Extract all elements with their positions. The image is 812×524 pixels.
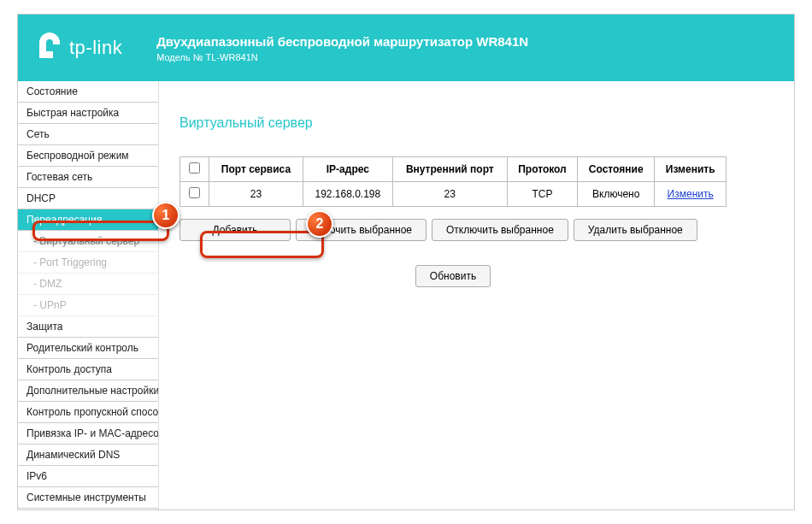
sidebar-item-wireless[interactable]: Беспроводной режим: [18, 145, 158, 167]
tplink-icon: [35, 31, 64, 65]
brand-text: tp-link: [69, 37, 122, 59]
row-checkbox[interactable]: [189, 187, 200, 198]
add-button[interactable]: Добавить: [179, 219, 291, 241]
virtual-server-table: Порт сервиса IP-адрес Внутренний порт Пр…: [179, 156, 727, 207]
sidebar-item-dhcp[interactable]: DHCP: [18, 188, 158, 209]
sidebar-sub-upnp[interactable]: - UPnP: [18, 295, 158, 316]
cell-state: Включено: [578, 182, 655, 207]
sidebar-item-parental-control[interactable]: Родительский контроль: [18, 338, 158, 359]
sidebar: Состояние Быстрая настройка Сеть Беспров…: [18, 81, 159, 509]
edit-link[interactable]: Изменить: [668, 188, 714, 200]
sidebar-item-quick-setup[interactable]: Быстрая настройка: [18, 103, 158, 124]
annotation-callout-1: 1: [152, 202, 179, 229]
page-title: Виртуальный сервер: [179, 115, 774, 131]
sidebar-item-network[interactable]: Сеть: [18, 124, 158, 145]
sidebar-item-access-control[interactable]: Контроль доступа: [18, 359, 158, 380]
cell-ip: 192.168.0.198: [303, 182, 392, 207]
brand-logo: tp-link: [35, 31, 122, 65]
delete-selected-button[interactable]: Удалить выбранное: [574, 219, 697, 241]
annotation-callout-2: 2: [306, 210, 333, 238]
cell-internal-port: 23: [392, 182, 507, 207]
table-header-row: Порт сервиса IP-адрес Внутренний порт Пр…: [180, 157, 727, 182]
header-titles: Двухдиапазонный беспроводной маршрутизат…: [156, 34, 528, 62]
sidebar-item-advanced-settings[interactable]: Дополнительные настройки: [18, 380, 158, 402]
product-model: Модель № TL-WR841N: [156, 52, 528, 62]
sidebar-item-guest-network[interactable]: Гостевая сеть: [18, 167, 158, 188]
select-all-checkbox[interactable]: [189, 162, 200, 174]
disable-selected-button[interactable]: Отключить выбранное: [432, 219, 568, 241]
col-state: Состояние: [578, 157, 655, 182]
cell-service-port: 23: [209, 182, 303, 207]
header-bar: tp-link Двухдиапазонный беспроводной мар…: [18, 15, 794, 81]
sidebar-sub-dmz[interactable]: - DMZ: [18, 274, 158, 295]
sidebar-item-status[interactable]: Состояние: [18, 81, 158, 103]
sidebar-item-ip-mac-binding[interactable]: Привязка IP- и MAC-адресов: [18, 423, 158, 445]
table-row: 23 192.168.0.198 23 TCP Включено Изменит…: [180, 182, 727, 207]
col-ip-address: IP-адрес: [303, 157, 392, 182]
cell-protocol: TCP: [507, 182, 577, 207]
sidebar-sub-virtual-server[interactable]: - Виртуальный сервер: [18, 231, 158, 252]
sidebar-item-security[interactable]: Защита: [18, 316, 158, 338]
main-content: Виртуальный сервер Порт сервиса IP-адрес…: [159, 81, 794, 509]
sidebar-item-system-tools[interactable]: Системные инструменты: [18, 487, 158, 509]
sidebar-item-ipv6[interactable]: IPv6: [18, 466, 158, 487]
col-internal-port: Внутренний порт: [392, 157, 507, 182]
refresh-button[interactable]: Обновить: [415, 265, 491, 287]
action-button-row: Добавить Включить выбранное Отключить вы…: [179, 219, 774, 241]
sidebar-item-forwarding[interactable]: Переадресация: [18, 209, 158, 231]
sidebar-item-bandwidth-control[interactable]: Контроль пропускной способности: [18, 402, 158, 423]
sidebar-item-ddns[interactable]: Динамический DNS: [18, 445, 158, 466]
product-title: Двухдиапазонный беспроводной маршрутизат…: [156, 34, 528, 49]
col-service-port: Порт сервиса: [209, 157, 303, 182]
sidebar-sub-port-triggering[interactable]: - Port Triggering: [18, 252, 158, 274]
col-protocol: Протокол: [507, 157, 577, 182]
sidebar-item-logout[interactable]: Выход: [18, 509, 158, 509]
col-modify: Изменить: [655, 157, 727, 182]
